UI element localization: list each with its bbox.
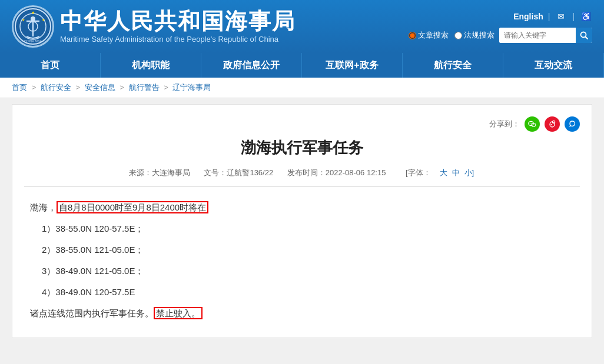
font-medium-link[interactable]: 中 [452,168,460,177]
radio-law-label: 法规搜索 [464,30,495,41]
share-bar: 分享到： [24,116,580,132]
site-title-en: Maritime Safety Administration of the Pe… [60,35,296,44]
share-qq-icon[interactable] [565,116,580,132]
top-links: English | ✉ | ♿ [513,10,592,23]
nav-item-organization[interactable]: 机构职能 [101,53,201,78]
share-wechat-icon[interactable] [525,116,540,132]
mail-icon[interactable]: ✉ [555,10,568,23]
breadcrumb: 首页 > 航行安全 > 安全信息 > 航行警告 > 辽宁海事局 [0,78,604,98]
font-size-label: [字体： [406,168,431,177]
nav-item-interaction[interactable]: 互动交流 [503,53,604,78]
breadcrumb-navigation-warning[interactable]: 航行警告 [129,83,160,92]
radio-article-input[interactable] [409,32,416,39]
coord-line-2: 2）38-55.0N 121-05.0E； [30,241,574,259]
accessibility-icon[interactable]: ♿ [579,10,592,23]
header: ★ ★ ★ CHINA MSA 中华人民共和国海事局 Maritime Safe… [0,0,604,53]
svg-point-16 [533,125,533,125]
body-para-end: 诸点连线范围内执行军事任务。禁止驶入。 [30,305,574,322]
nav-item-home[interactable]: 首页 [0,53,101,78]
svg-text:★: ★ [42,18,45,22]
article-doc-number: 文号：辽航警136/22 [204,168,273,177]
svg-point-17 [534,125,535,125]
svg-text:CHINA MSA: CHINA MSA [24,39,42,43]
header-title-block: 中华人民共和国海事局 Maritime Safety Administratio… [60,9,296,44]
header-right: English | ✉ | ♿ 文章搜索 法规搜索 [409,10,592,43]
body-line1-pre: 渤海， [30,202,57,212]
article-source: 来源：大连海事局 [129,168,190,177]
radio-law-input[interactable] [454,32,462,39]
article-publish-time: 发布时间：2022-08-06 12:15 [287,168,386,177]
search-bar: 文章搜索 法规搜索 [409,28,592,43]
svg-text:★: ★ [22,18,25,22]
header-left: ★ ★ ★ CHINA MSA 中华人民共和国海事局 Maritime Safe… [12,5,296,48]
article-title: 渤海执行军事任务 [24,138,580,158]
divider1: | [548,12,550,21]
svg-point-13 [530,123,530,123]
radio-article[interactable]: 文章搜索 [409,30,449,41]
language-link[interactable]: English [513,12,543,21]
body-end-highlight: 禁止驶入。 [154,307,203,319]
logo: ★ ★ ★ CHINA MSA [12,5,54,48]
divider2: | [572,12,575,21]
svg-text:★: ★ [31,11,35,15]
coord-line-1: 1）38-55.0N 120-57.5E； [30,220,574,238]
search-type-group: 文章搜索 法规搜索 [409,30,495,41]
search-button[interactable] [576,28,592,43]
coord-line-4: 4）38-49.0N 120-57.5E [30,283,574,301]
radio-article-label: 文章搜索 [418,30,449,41]
share-weibo-icon[interactable] [545,116,560,132]
nav-bar: 首页 机构职能 政府信息公开 互联网+政务 航行安全 互动交流 [0,53,604,78]
article-body: 渤海，自8月8日0000时至9月8日2400时将在 1）38-55.0N 120… [24,199,580,322]
search-input[interactable] [499,28,576,43]
search-input-wrap [499,28,592,43]
breadcrumb-safety-info[interactable]: 安全信息 [85,83,115,92]
font-small-link[interactable]: 小] [464,168,474,177]
nav-item-government-info[interactable]: 政府信息公开 [201,53,302,78]
radio-law[interactable]: 法规搜索 [454,30,495,41]
coord-line-3: 3）38-49.0N 121-05.0E； [30,262,574,280]
breadcrumb-liaoning[interactable]: 辽宁海事局 [172,83,211,92]
font-large-link[interactable]: 大 [440,168,447,177]
content-area: 分享到： 渤海执行军事任务 来源：大 [12,104,592,338]
breadcrumb-home[interactable]: 首页 [12,83,27,92]
body-para-1: 渤海，自8月8日0000时至9月8日2400时将在 [30,199,574,216]
svg-line-11 [586,37,588,39]
breadcrumb-sep3: > [120,83,126,92]
nav-item-internet-affairs[interactable]: 互联网+政务 [302,53,403,78]
breadcrumb-sep4: > [164,83,170,92]
article-font-size: [字体： 大 中 小] [400,168,475,177]
svg-point-19 [551,124,552,125]
svg-point-4 [31,16,35,21]
breadcrumb-navigation-safety[interactable]: 航行安全 [41,83,71,92]
nav-item-navigation-safety[interactable]: 航行安全 [403,53,503,78]
site-title-zh: 中华人民共和国海事局 [60,9,296,34]
breadcrumb-sep2: > [75,83,82,92]
breadcrumb-sep1: > [32,83,38,92]
body-end-pre: 诸点连线范围内执行军事任务。 [30,308,154,318]
share-label: 分享到： [489,119,520,129]
body-line1-highlight: 自8月8日0000时至9月8日2400时将在 [57,201,208,213]
article-meta: 来源：大连海事局 文号：辽航警136/22 发布时间：2022-08-06 12… [24,168,580,187]
